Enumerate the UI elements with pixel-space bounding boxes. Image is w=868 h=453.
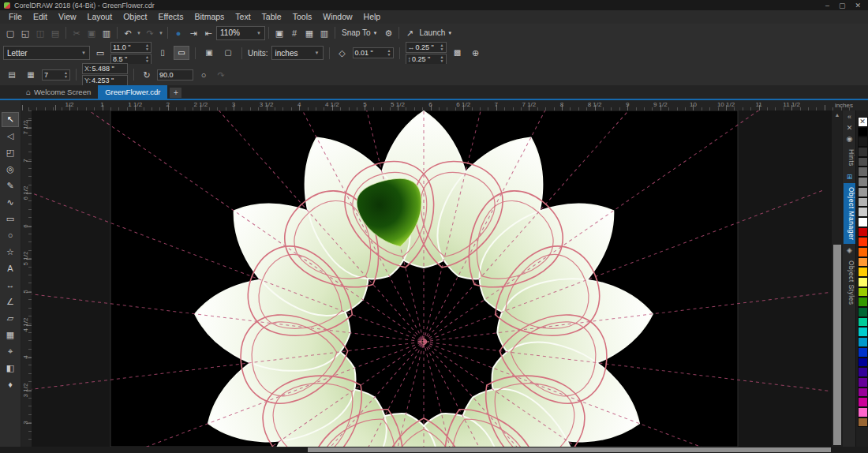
nudge-field[interactable]: 0.01 " ▲▼: [353, 47, 394, 58]
new-tab-button[interactable]: +: [170, 88, 181, 98]
treat-as-filled-button[interactable]: ▩: [450, 46, 466, 60]
count-field[interactable]: 7 ▲▼: [42, 69, 70, 80]
polygon-tool[interactable]: ☆: [2, 245, 19, 260]
menu-window[interactable]: Window: [317, 10, 357, 24]
color-swatch[interactable]: [858, 417, 868, 428]
stepper-icon[interactable]: ▲▼: [145, 55, 149, 63]
drop-shadow-tool[interactable]: ▱: [2, 311, 19, 326]
import-icon[interactable]: ⇥: [186, 26, 200, 40]
copy-icon[interactable]: ▣: [84, 26, 99, 40]
horizontal-scroll-thumb[interactable]: [308, 447, 831, 452]
current-page-button[interactable]: ▢: [220, 46, 236, 60]
search-content-icon[interactable]: ●: [171, 26, 185, 40]
color-swatch[interactable]: [858, 167, 868, 177]
grid-rows-icon[interactable]: ▦: [23, 68, 39, 82]
zoom-level-select[interactable]: 110%▼: [216, 26, 265, 40]
show-rulers-icon[interactable]: #: [287, 26, 301, 40]
crop-tool[interactable]: ◰: [2, 145, 19, 160]
menu-file[interactable]: File: [3, 10, 28, 24]
menu-view[interactable]: View: [53, 10, 82, 24]
color-swatch[interactable]: [858, 377, 868, 387]
view-mode-icon[interactable]: ▤: [4, 68, 20, 82]
portrait-button[interactable]: ▯: [155, 46, 170, 60]
close-icon[interactable]: ✕: [855, 2, 861, 9]
export-icon[interactable]: ⇤: [201, 26, 215, 40]
color-swatch[interactable]: [858, 137, 868, 147]
dimension-tool[interactable]: ↔: [2, 278, 19, 293]
color-swatch[interactable]: [858, 227, 868, 238]
save-icon[interactable]: ◫: [33, 26, 47, 40]
docker-collapse-icon[interactable]: «: [847, 112, 851, 122]
duplicate-x-field[interactable]: ↔ 0.25 " ▲▼: [406, 42, 447, 53]
redo-icon[interactable]: ↷: [143, 26, 157, 40]
docker-tab-object-styles[interactable]: Object Styles: [844, 256, 855, 309]
stepper-icon[interactable]: ▲▼: [440, 55, 444, 63]
maximize-icon[interactable]: ▢: [839, 2, 846, 9]
rotation-angle-field[interactable]: 90.0: [157, 69, 193, 80]
color-swatch[interactable]: [858, 127, 868, 137]
color-swatch[interactable]: [858, 257, 868, 268]
show-grid-icon[interactable]: ▦: [302, 26, 316, 40]
menu-object[interactable]: Object: [118, 10, 152, 24]
menu-layout[interactable]: Layout: [82, 10, 118, 24]
document-tab-welcome-screen[interactable]: ⌂Welcome Screen: [19, 85, 98, 99]
all-pages-button[interactable]: ▣: [201, 46, 217, 60]
color-swatch[interactable]: [858, 317, 868, 328]
rectangle-tool[interactable]: ▭: [2, 212, 19, 226]
options-icon[interactable]: ⚙: [381, 26, 395, 40]
print-icon[interactable]: ▤: [48, 26, 62, 40]
color-swatch[interactable]: [858, 187, 868, 197]
page-size-select[interactable]: Letter▼: [3, 46, 90, 60]
menu-table[interactable]: Table: [256, 10, 287, 24]
shape-tool[interactable]: ◁: [2, 129, 19, 144]
color-eyedropper-tool[interactable]: ⌖: [2, 344, 19, 359]
connector-tool[interactable]: ∠: [2, 294, 19, 309]
color-swatch[interactable]: [858, 147, 868, 157]
color-swatch[interactable]: [858, 217, 868, 227]
launch-dropdown[interactable]: ↗Launch▼: [402, 26, 452, 40]
freehand-tool[interactable]: ✎: [2, 178, 19, 193]
stepper-icon[interactable]: ▲▼: [440, 43, 444, 51]
color-swatch[interactable]: [858, 237, 868, 247]
menu-edit[interactable]: Edit: [28, 10, 53, 24]
color-swatch[interactable]: [858, 337, 868, 347]
page-width-field[interactable]: 11.0 " ▲▼: [110, 42, 152, 53]
vertical-scrollbar[interactable]: ▲: [831, 110, 843, 447]
color-swatch[interactable]: [858, 197, 868, 208]
menu-bitmaps[interactable]: Bitmaps: [189, 10, 230, 24]
rotation-center-icon[interactable]: ○: [196, 68, 211, 82]
mirror-icon[interactable]: ↷: [214, 68, 228, 82]
zoom-tool[interactable]: ◎: [2, 162, 19, 177]
cut-icon[interactable]: ✂: [69, 26, 84, 40]
stepper-icon[interactable]: ▲▼: [145, 43, 149, 51]
color-swatch[interactable]: [858, 207, 868, 217]
minimize-icon[interactable]: –: [825, 2, 829, 9]
add-page-frame-icon[interactable]: ⊕: [469, 46, 483, 60]
ellipse-tool[interactable]: ○: [2, 228, 19, 243]
menu-text[interactable]: Text: [230, 10, 256, 24]
menu-help[interactable]: Help: [358, 10, 387, 24]
paste-icon[interactable]: ▥: [99, 26, 114, 40]
color-swatch[interactable]: [858, 327, 868, 337]
color-swatch[interactable]: [858, 397, 868, 407]
transparency-tool[interactable]: ▦: [2, 328, 19, 343]
color-swatch[interactable]: [858, 267, 868, 277]
no-color-swatch[interactable]: ✕: [858, 117, 868, 127]
undo-icon[interactable]: ↶: [121, 26, 135, 40]
units-select[interactable]: inches▼: [271, 46, 324, 60]
color-swatch[interactable]: [858, 367, 868, 377]
outline-pen-tool[interactable]: ♦: [2, 377, 19, 392]
color-swatch[interactable]: [858, 297, 868, 307]
color-swatch[interactable]: [858, 307, 868, 317]
menu-effects[interactable]: Effects: [152, 10, 189, 24]
docker-close-icon[interactable]: ✕: [847, 123, 853, 133]
full-screen-preview-icon[interactable]: ▣: [272, 26, 286, 40]
snap-to-dropdown[interactable]: Snap To▼: [339, 28, 380, 37]
horizontal-scrollbar[interactable]: [0, 447, 868, 453]
color-swatch[interactable]: [858, 387, 868, 398]
color-swatch[interactable]: [858, 347, 868, 358]
open-icon[interactable]: ◱: [18, 26, 32, 40]
stepper-icon[interactable]: ▲▼: [64, 71, 68, 79]
docker-tab-object-manager[interactable]: Object Manager: [844, 183, 855, 244]
menu-tools[interactable]: Tools: [287, 10, 318, 24]
